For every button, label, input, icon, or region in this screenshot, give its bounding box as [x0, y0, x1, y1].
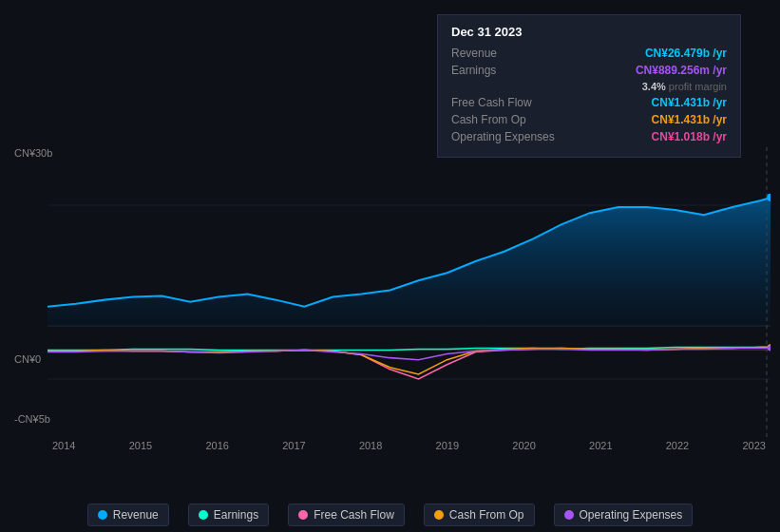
fcf-label: Free Cash Flow	[451, 96, 565, 109]
legend-dot-fcf	[298, 510, 308, 520]
cashfromop-label: Cash From Op	[451, 113, 565, 126]
x-label-2019: 2019	[436, 440, 459, 451]
revenue-row: Revenue CN¥26.479b /yr	[451, 47, 727, 60]
fcf-row: Free Cash Flow CN¥1.431b /yr	[451, 96, 727, 109]
cashfromop-row: Cash From Op CN¥1.431b /yr	[451, 113, 727, 126]
legend-label-earnings: Earnings	[214, 508, 258, 522]
chart-area: CN¥30b CN¥0 -CN¥5b	[10, 147, 770, 480]
chart-svg	[48, 147, 770, 437]
revenue-value: CN¥26.479b /yr	[645, 47, 727, 60]
legend-opex[interactable]: Operating Expenses	[554, 504, 694, 526]
x-label-2020: 2020	[512, 440, 535, 451]
x-label-2021: 2021	[589, 440, 612, 451]
x-label-2018: 2018	[359, 440, 382, 451]
chart-svg-container	[48, 147, 770, 437]
legend-label-revenue: Revenue	[113, 508, 159, 522]
legend-label-opex: Operating Expenses	[580, 508, 683, 522]
legend-fcf[interactable]: Free Cash Flow	[288, 504, 405, 526]
margin-value: 3.4% profit margin	[642, 81, 727, 92]
legend-label-cashfromop: Cash From Op	[449, 508, 524, 522]
tooltip-title: Dec 31 2023	[451, 25, 727, 39]
x-label-2016: 2016	[205, 440, 228, 451]
y-label-mid: CN¥0	[14, 353, 41, 365]
x-label-2022: 2022	[666, 440, 689, 451]
x-label-2017: 2017	[282, 440, 305, 451]
earnings-value: CN¥889.256m /yr	[636, 64, 727, 77]
tooltip-box: Dec 31 2023 Revenue CN¥26.479b /yr Earni…	[437, 14, 741, 158]
legend-dot-cashfromop	[434, 510, 444, 520]
legend-dot-opex	[564, 510, 574, 520]
margin-row: 3.4% profit margin	[451, 81, 727, 92]
opex-row: Operating Expenses CN¥1.018b /yr	[451, 130, 727, 143]
opex-value: CN¥1.018b /yr	[652, 130, 727, 143]
fcf-value: CN¥1.431b /yr	[652, 96, 727, 109]
y-label-neg: -CN¥5b	[14, 413, 50, 425]
chart-legend: Revenue Earnings Free Cash Flow Cash Fro…	[0, 498, 780, 532]
opex-label: Operating Expenses	[451, 130, 565, 143]
legend-dot-revenue	[98, 510, 107, 520]
x-axis: 2014 2015 2016 2017 2018 2019 2020 2021 …	[52, 440, 766, 451]
revenue-label: Revenue	[451, 47, 565, 60]
earnings-row: Earnings CN¥889.256m /yr	[451, 64, 727, 77]
legend-dot-earnings	[199, 510, 208, 520]
cashfromop-value: CN¥1.431b /yr	[652, 113, 727, 126]
earnings-label: Earnings	[451, 64, 565, 77]
x-label-2023: 2023	[742, 440, 765, 451]
x-label-2015: 2015	[129, 440, 152, 451]
legend-revenue[interactable]: Revenue	[87, 504, 169, 526]
legend-earnings[interactable]: Earnings	[188, 504, 269, 526]
legend-label-fcf: Free Cash Flow	[314, 508, 394, 522]
legend-cashfromop[interactable]: Cash From Op	[424, 504, 535, 526]
x-label-2014: 2014	[52, 440, 75, 451]
